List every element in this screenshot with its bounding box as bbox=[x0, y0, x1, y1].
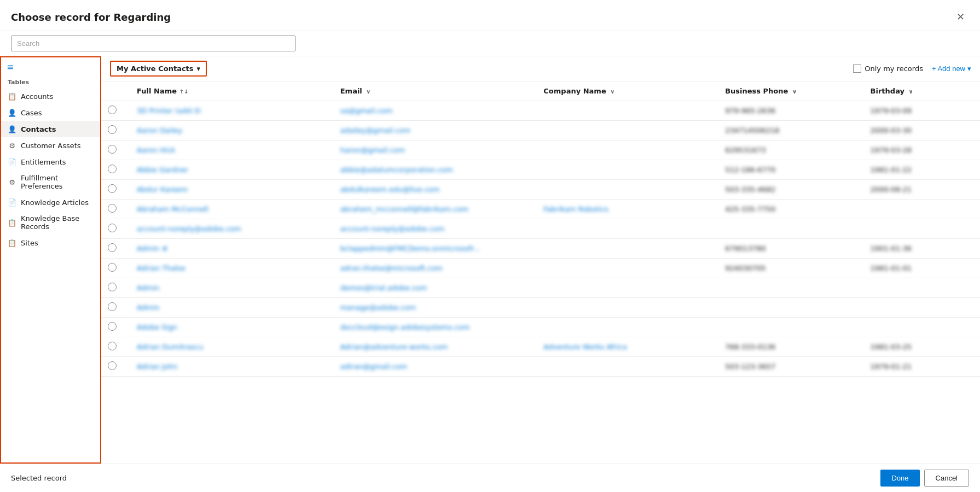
radio-circle-9[interactable] bbox=[108, 283, 117, 291]
radio-circle-6[interactable] bbox=[108, 224, 117, 232]
table-row[interactable]: Adobe Sign doccloud@esign.adobesystems.c… bbox=[101, 318, 980, 337]
cell-email-10[interactable]: manage@adobe.com bbox=[334, 298, 537, 318]
cell-fullname-11[interactable]: Adobe Sign bbox=[130, 318, 334, 337]
add-new-button[interactable]: + Add new ▾ bbox=[932, 65, 971, 73]
cell-fullname-8[interactable]: Adrian Thalse bbox=[130, 259, 334, 278]
cell-email-3[interactable]: abbie@adatumcorporation.com bbox=[334, 160, 537, 180]
cancel-button[interactable]: Cancel bbox=[924, 470, 969, 487]
table-row[interactable]: 3D Printer (add-3) sa@gmail.com 979-965-… bbox=[101, 101, 980, 121]
cell-email-5[interactable]: abrahem_mcconnell@fabrikam.com bbox=[334, 200, 537, 219]
radio-circle-3[interactable] bbox=[108, 165, 117, 173]
row-radio-0[interactable] bbox=[101, 101, 130, 121]
cell-phone-3: 512-186-6770 bbox=[718, 160, 863, 180]
cell-email-13[interactable]: adiran@gmail.com bbox=[334, 357, 537, 377]
only-my-records-checkbox[interactable] bbox=[853, 65, 861, 73]
cell-email-4[interactable]: abdulkareem.edu@live.com bbox=[334, 180, 537, 200]
table-row[interactable]: Admin demos@trial.adobe.com bbox=[101, 278, 980, 298]
radio-circle-11[interactable] bbox=[108, 322, 117, 331]
radio-circle-7[interactable] bbox=[108, 243, 117, 252]
cell-email-6[interactable]: account-noreply@adobe.com bbox=[334, 219, 537, 239]
radio-circle-1[interactable] bbox=[108, 125, 117, 134]
cell-phone-10 bbox=[718, 298, 863, 318]
th-phone[interactable]: Business Phone ∨ bbox=[718, 81, 863, 101]
cell-fullname-13[interactable]: Adrian John bbox=[130, 357, 334, 377]
radio-circle-4[interactable] bbox=[108, 184, 117, 193]
row-radio-9[interactable] bbox=[101, 278, 130, 298]
th-birthday[interactable]: Birthday ∨ bbox=[864, 81, 980, 101]
cell-fullname-7[interactable]: Admin # bbox=[130, 239, 334, 259]
cell-email-9[interactable]: demos@trial.adobe.com bbox=[334, 278, 537, 298]
row-radio-8[interactable] bbox=[101, 259, 130, 278]
sidebar-label-cases: Cases bbox=[21, 109, 42, 117]
row-radio-3[interactable] bbox=[101, 160, 130, 180]
table-row[interactable]: Abdur Kareem abdulkareem.edu@live.com 50… bbox=[101, 180, 980, 200]
only-my-records-label[interactable]: Only my records bbox=[853, 65, 923, 73]
fullname-sort[interactable]: ↑↓ bbox=[179, 89, 189, 95]
hamburger-icon[interactable]: ≡ bbox=[1, 57, 100, 77]
dialog-header: Choose record for Regarding ✕ bbox=[0, 0, 980, 31]
radio-circle-12[interactable] bbox=[108, 342, 117, 350]
th-company[interactable]: Company Name ∨ bbox=[537, 81, 718, 101]
cell-email-12[interactable]: Adrian@adventure-works.com bbox=[334, 337, 537, 357]
cell-fullname-9[interactable]: Admin bbox=[130, 278, 334, 298]
th-email[interactable]: Email ∨ bbox=[334, 81, 537, 101]
search-input[interactable] bbox=[11, 36, 295, 51]
row-radio-2[interactable] bbox=[101, 140, 130, 160]
sidebar-item-contacts[interactable]: 👤Contacts bbox=[1, 121, 100, 137]
cell-fullname-12[interactable]: Adrian Dumitrascu bbox=[130, 337, 334, 357]
cell-email-11[interactable]: doccloud@esign.adobesystems.com bbox=[334, 318, 537, 337]
cell-fullname-0[interactable]: 3D Printer (add-3) bbox=[130, 101, 334, 121]
row-radio-13[interactable] bbox=[101, 357, 130, 377]
sidebar-item-accounts[interactable]: 📋Accounts bbox=[1, 88, 100, 104]
done-button[interactable]: Done bbox=[880, 470, 919, 487]
cell-email-0[interactable]: sa@gmail.com bbox=[334, 101, 537, 121]
table-row[interactable]: Admin # bclappedmin@FMCDemo.onmicrosofr.… bbox=[101, 239, 980, 259]
table-row[interactable]: Abbie Gardner abbie@adatumcorporation.co… bbox=[101, 160, 980, 180]
view-selector-chevron: ▾ bbox=[197, 65, 201, 73]
table-row[interactable]: Aaron Hick haron@gmail.com 629531673 197… bbox=[101, 140, 980, 160]
cell-email-8[interactable]: adran.thalse@microsoft.com bbox=[334, 259, 537, 278]
table-row[interactable]: Admin manage@adobe.com bbox=[101, 298, 980, 318]
cell-email-7[interactable]: bclappedmin@FMCDemo.onmicrosofr... bbox=[334, 239, 537, 259]
row-radio-7[interactable] bbox=[101, 239, 130, 259]
row-radio-11[interactable] bbox=[101, 318, 130, 337]
radio-circle-10[interactable] bbox=[108, 302, 117, 311]
sidebar-item-entitlements[interactable]: 📄Entitlements bbox=[1, 154, 100, 170]
cell-fullname-3[interactable]: Abbie Gardner bbox=[130, 160, 334, 180]
cell-fullname-6[interactable]: account-noreply@adobe.com bbox=[130, 219, 334, 239]
sidebar-item-sites[interactable]: 📋Sites bbox=[1, 235, 100, 251]
sidebar-item-knowledge-base[interactable]: 📋Knowledge Base Records bbox=[1, 210, 100, 235]
sidebar-item-knowledge-articles[interactable]: 📄Knowledge Articles bbox=[1, 194, 100, 210]
row-radio-4[interactable] bbox=[101, 180, 130, 200]
radio-circle-0[interactable] bbox=[108, 106, 117, 114]
row-radio-12[interactable] bbox=[101, 337, 130, 357]
table-row[interactable]: Abraham McConnell abrahem_mcconnell@fabr… bbox=[101, 200, 980, 219]
table-row[interactable]: Adrian John adiran@gmail.com 503-123-365… bbox=[101, 357, 980, 377]
table-row[interactable]: account-noreply@adobe.com account-norepl… bbox=[101, 219, 980, 239]
row-radio-5[interactable] bbox=[101, 200, 130, 219]
row-radio-10[interactable] bbox=[101, 298, 130, 318]
radio-circle-13[interactable] bbox=[108, 361, 117, 370]
cell-fullname-1[interactable]: Aaron Dailey bbox=[130, 121, 334, 140]
radio-circle-8[interactable] bbox=[108, 263, 117, 272]
sidebar-item-customer-assets[interactable]: ⚙Customer Assets bbox=[1, 137, 100, 154]
radio-circle-2[interactable] bbox=[108, 145, 117, 154]
th-fullname[interactable]: Full Name ↑↓ bbox=[130, 81, 334, 101]
table-row[interactable]: Adrian Dumitrascu Adrian@adventure-works… bbox=[101, 337, 980, 357]
sidebar-item-fulfillment-pref[interactable]: ⚙Fulfillment Preferences bbox=[1, 170, 100, 194]
sidebar-item-cases[interactable]: 👤Cases bbox=[1, 104, 100, 121]
cell-fullname-2[interactable]: Aaron Hick bbox=[130, 140, 334, 160]
row-radio-1[interactable] bbox=[101, 121, 130, 140]
cell-email-2[interactable]: haron@gmail.com bbox=[334, 140, 537, 160]
cell-fullname-10[interactable]: Admin bbox=[130, 298, 334, 318]
table-row[interactable]: Adrian Thalse adran.thalse@microsoft.com… bbox=[101, 259, 980, 278]
view-selector[interactable]: My Active Contacts ▾ bbox=[110, 61, 207, 77]
cell-fullname-5[interactable]: Abraham McConnell bbox=[130, 200, 334, 219]
main-content: ≡ Tables 📋Accounts👤Cases👤Contacts⚙Custom… bbox=[0, 56, 980, 464]
cell-fullname-4[interactable]: Abdur Kareem bbox=[130, 180, 334, 200]
close-button[interactable]: ✕ bbox=[952, 9, 969, 25]
cell-email-1[interactable]: adailey@gmail.com bbox=[334, 121, 537, 140]
table-row[interactable]: Aaron Dailey adailey@gmail.com 234714506… bbox=[101, 121, 980, 140]
radio-circle-5[interactable] bbox=[108, 204, 117, 213]
row-radio-6[interactable] bbox=[101, 219, 130, 239]
